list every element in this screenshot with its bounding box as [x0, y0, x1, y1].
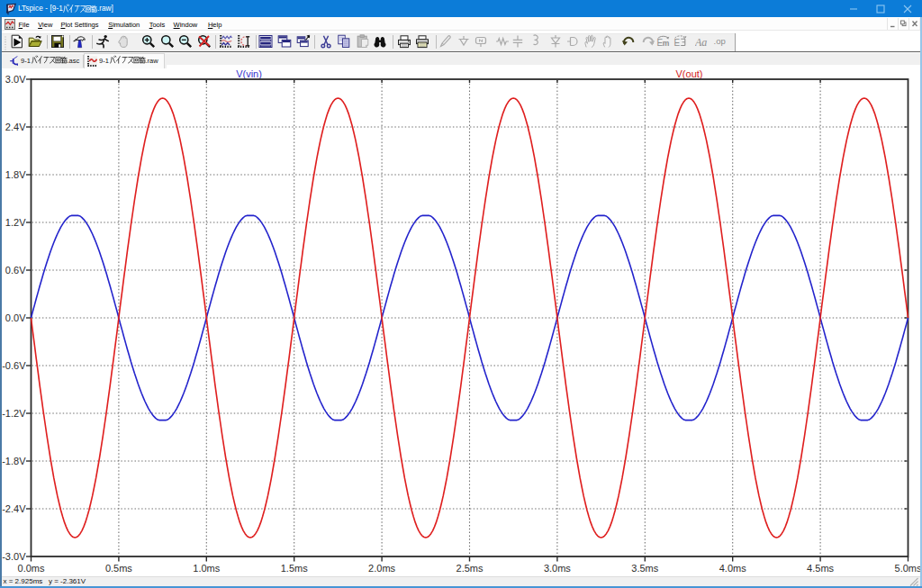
svg-text:-1.8V: -1.8V [2, 456, 26, 466]
svg-text:1.2V: 1.2V [5, 217, 25, 228]
svg-text:3.5ms: 3.5ms [631, 563, 658, 574]
svg-text:V(out): V(out) [675, 68, 702, 79]
svg-text:5.0ms: 5.0ms [894, 563, 920, 574]
svg-text:1.8V: 1.8V [5, 169, 25, 180]
svg-text:4.0ms: 4.0ms [719, 563, 746, 574]
svg-text:2.5ms: 2.5ms [456, 563, 483, 574]
svg-text:3.0ms: 3.0ms [543, 563, 570, 574]
svg-text:-0.6V: -0.6V [2, 360, 26, 371]
svg-text:2.0ms: 2.0ms [368, 563, 395, 574]
svg-text:m: m [663, 38, 670, 47]
svg-text:.op: .op [713, 36, 725, 46]
svg-text:E: E [673, 37, 680, 47]
svg-text:4.5ms: 4.5ms [807, 563, 834, 574]
svg-text:0.6V: 0.6V [5, 265, 25, 276]
svg-text:-3.0V: -3.0V [2, 551, 26, 562]
svg-text:0.5ms: 0.5ms [104, 563, 131, 574]
svg-text:1.5ms: 1.5ms [280, 563, 307, 574]
svg-text:Aa: Aa [695, 35, 707, 48]
svg-text:0.0V: 0.0V [5, 312, 25, 323]
svg-text:2.4V: 2.4V [5, 122, 25, 132]
svg-text:3.0V: 3.0V [5, 74, 25, 85]
svg-text:-1.2V: -1.2V [2, 408, 26, 419]
svg-text:1.0ms: 1.0ms [193, 563, 220, 574]
svg-text:0.0ms: 0.0ms [17, 563, 44, 574]
svg-text:-2.4V: -2.4V [2, 503, 26, 514]
svg-text:V(vin): V(vin) [236, 68, 262, 79]
